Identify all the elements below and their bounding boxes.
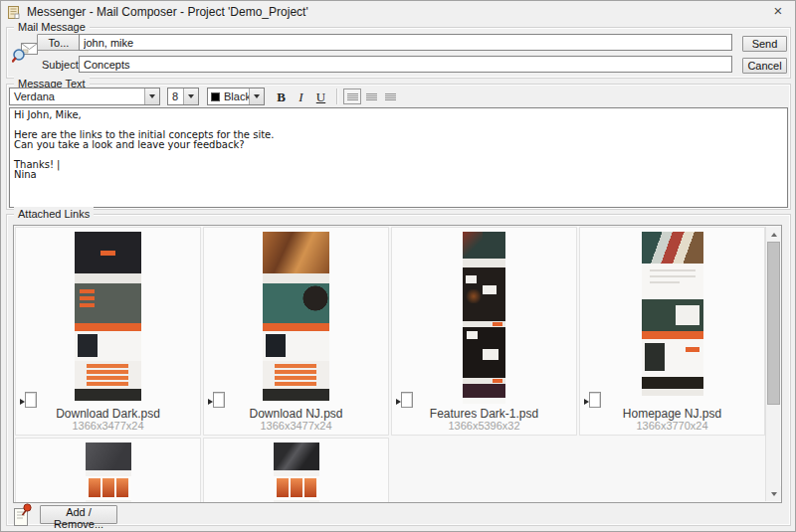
to-button[interactable]: To... (37, 34, 81, 51)
attachment-item[interactable]: Homepage NJ.psd 1366x3770x24 (579, 227, 765, 436)
cancel-button[interactable]: Cancel (742, 58, 787, 74)
underline-button[interactable]: U (312, 89, 329, 105)
link-badge-icon (207, 392, 226, 408)
message-text-group: Message Text Verdana 8 Black B I U (6, 84, 791, 210)
attachments-panel: Download Dark.psd 1366x3477x24 Download … (13, 225, 782, 503)
toolbar-separator (336, 89, 337, 104)
link-badge-icon (583, 392, 602, 408)
format-toolbar: Verdana 8 Black B I U (9, 87, 399, 106)
attachment-item[interactable]: Download NJ.psd 1366x3477x24 (203, 227, 389, 436)
add-remove-button[interactable]: Add / Remove... (40, 505, 117, 524)
mail-search-icon (12, 40, 40, 64)
attachment-dimensions: 1366x3770x24 (580, 420, 764, 432)
attachment-item[interactable]: Features Dark-1.psd 1366x5396x32 (391, 227, 577, 436)
vertical-scrollbar[interactable] (765, 227, 780, 501)
attachment-name: Download Dark.psd (16, 407, 200, 421)
font-family-dropdown[interactable]: Verdana (9, 88, 160, 105)
attachment-name: Homepage NJ.psd (580, 407, 764, 421)
attachment-thumbnail (274, 443, 319, 503)
attachment-thumbnail (642, 232, 703, 396)
chevron-down-icon[interactable] (249, 89, 264, 104)
scroll-up-icon[interactable] (766, 227, 781, 242)
align-center-button[interactable] (362, 89, 380, 104)
attachment-item[interactable] (15, 438, 201, 503)
color-swatch-icon (211, 92, 220, 101)
bold-button[interactable]: B (273, 89, 290, 105)
attachment-thumbnail (263, 232, 329, 401)
font-color-dropdown[interactable]: Black (207, 88, 265, 105)
close-icon[interactable]: × (769, 2, 787, 20)
mail-message-group-label: Mail Message (14, 20, 90, 34)
message-body-input[interactable]: Hi John, Mike, Here are the links to the… (9, 107, 788, 208)
message-body-text: Hi John, Mike, Here are the links to the… (10, 108, 787, 182)
align-right-icon (385, 93, 396, 100)
attached-links-group: Attached Links Download Dark.psd 1366x34… (6, 214, 791, 526)
font-family-value: Verdana (10, 90, 144, 102)
attachment-thumbnail (75, 232, 141, 401)
attachment-name: Download NJ.psd (204, 407, 388, 421)
subject-label: Subject: (42, 59, 82, 71)
titlebar: Messenger - Mail Composer - Project 'Dem… (1, 1, 795, 23)
attached-links-group-label: Attached Links (14, 207, 94, 221)
attachment-item[interactable]: Download Dark.psd 1366x3477x24 (15, 227, 201, 436)
attachment-dimensions: 1366x3477x24 (204, 420, 388, 432)
align-left-button[interactable] (343, 89, 361, 104)
font-color-value: Black (220, 90, 249, 102)
send-button[interactable]: Send (742, 36, 787, 52)
align-right-button[interactable] (381, 89, 399, 104)
scrollbar-thumb[interactable] (767, 242, 780, 405)
window-title: Messenger - Mail Composer - Project 'Dem… (27, 5, 308, 19)
scroll-down-icon[interactable] (766, 486, 781, 501)
align-center-icon (366, 93, 377, 100)
attachment-item[interactable] (203, 438, 389, 503)
attachment-name: Features Dark-1.psd (392, 407, 576, 421)
attachment-dimensions: 1366x3477x24 (16, 420, 200, 432)
font-size-value: 8 (168, 90, 183, 102)
italic-button[interactable]: I (293, 89, 309, 105)
chevron-down-icon[interactable] (144, 89, 159, 104)
to-field[interactable] (79, 34, 732, 51)
link-badge-icon (19, 392, 38, 408)
subject-field[interactable] (79, 56, 732, 73)
attachment-thumbnail (86, 443, 131, 503)
mail-message-group: Mail Message To... Subject: Send Cancel (6, 27, 791, 79)
app-icon (6, 5, 21, 20)
attachment-dimensions: 1366x5396x32 (392, 420, 576, 432)
link-badge-icon (395, 392, 414, 408)
attachment-thumbnail (463, 232, 505, 404)
attachment-pin-icon (11, 502, 35, 529)
mail-composer-window: Messenger - Mail Composer - Project 'Dem… (0, 0, 796, 532)
chevron-down-icon[interactable] (183, 89, 198, 104)
font-size-dropdown[interactable]: 8 (167, 88, 199, 105)
align-left-icon (347, 93, 358, 100)
